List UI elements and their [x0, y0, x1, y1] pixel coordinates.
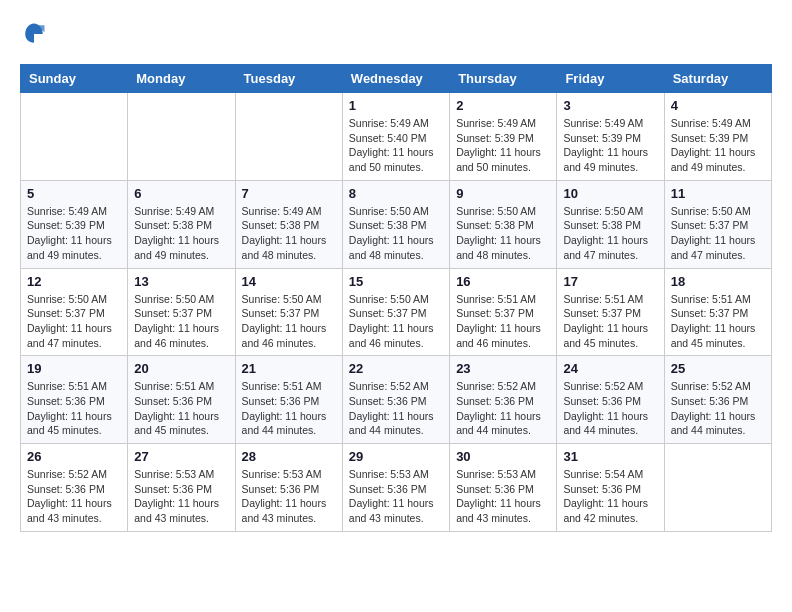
day-info: Sunrise: 5:53 AMSunset: 5:36 PMDaylight:… [456, 467, 550, 526]
calendar-cell: 31 Sunrise: 5:54 AMSunset: 5:36 PMDaylig… [557, 444, 664, 532]
day-header-saturday: Saturday [664, 65, 771, 93]
day-number: 20 [134, 361, 228, 376]
day-number: 6 [134, 186, 228, 201]
day-info: Sunrise: 5:52 AMSunset: 5:36 PMDaylight:… [349, 379, 443, 438]
day-info: Sunrise: 5:52 AMSunset: 5:36 PMDaylight:… [456, 379, 550, 438]
calendar-cell [235, 93, 342, 181]
day-info: Sunrise: 5:50 AMSunset: 5:38 PMDaylight:… [563, 204, 657, 263]
day-number: 27 [134, 449, 228, 464]
day-header-thursday: Thursday [450, 65, 557, 93]
week-row-2: 5 Sunrise: 5:49 AMSunset: 5:39 PMDayligh… [21, 180, 772, 268]
day-number: 30 [456, 449, 550, 464]
calendar-cell: 26 Sunrise: 5:52 AMSunset: 5:36 PMDaylig… [21, 444, 128, 532]
calendar-cell: 5 Sunrise: 5:49 AMSunset: 5:39 PMDayligh… [21, 180, 128, 268]
days-header-row: SundayMondayTuesdayWednesdayThursdayFrid… [21, 65, 772, 93]
day-info: Sunrise: 5:50 AMSunset: 5:37 PMDaylight:… [242, 292, 336, 351]
day-info: Sunrise: 5:49 AMSunset: 5:39 PMDaylight:… [563, 116, 657, 175]
calendar-cell: 1 Sunrise: 5:49 AMSunset: 5:40 PMDayligh… [342, 93, 449, 181]
calendar-cell: 28 Sunrise: 5:53 AMSunset: 5:36 PMDaylig… [235, 444, 342, 532]
page-header [20, 20, 772, 48]
day-number: 24 [563, 361, 657, 376]
day-info: Sunrise: 5:54 AMSunset: 5:36 PMDaylight:… [563, 467, 657, 526]
day-info: Sunrise: 5:49 AMSunset: 5:40 PMDaylight:… [349, 116, 443, 175]
day-info: Sunrise: 5:53 AMSunset: 5:36 PMDaylight:… [349, 467, 443, 526]
day-number: 2 [456, 98, 550, 113]
day-info: Sunrise: 5:51 AMSunset: 5:37 PMDaylight:… [563, 292, 657, 351]
day-info: Sunrise: 5:51 AMSunset: 5:36 PMDaylight:… [134, 379, 228, 438]
day-number: 25 [671, 361, 765, 376]
day-info: Sunrise: 5:50 AMSunset: 5:38 PMDaylight:… [456, 204, 550, 263]
day-number: 19 [27, 361, 121, 376]
day-number: 12 [27, 274, 121, 289]
day-number: 4 [671, 98, 765, 113]
calendar-cell [21, 93, 128, 181]
day-number: 23 [456, 361, 550, 376]
day-number: 31 [563, 449, 657, 464]
calendar-cell: 13 Sunrise: 5:50 AMSunset: 5:37 PMDaylig… [128, 268, 235, 356]
day-info: Sunrise: 5:52 AMSunset: 5:36 PMDaylight:… [27, 467, 121, 526]
calendar-cell: 18 Sunrise: 5:51 AMSunset: 5:37 PMDaylig… [664, 268, 771, 356]
day-number: 22 [349, 361, 443, 376]
day-info: Sunrise: 5:49 AMSunset: 5:39 PMDaylight:… [671, 116, 765, 175]
day-number: 14 [242, 274, 336, 289]
day-number: 10 [563, 186, 657, 201]
calendar-cell: 19 Sunrise: 5:51 AMSunset: 5:36 PMDaylig… [21, 356, 128, 444]
day-number: 5 [27, 186, 121, 201]
day-number: 1 [349, 98, 443, 113]
calendar-cell: 22 Sunrise: 5:52 AMSunset: 5:36 PMDaylig… [342, 356, 449, 444]
day-info: Sunrise: 5:53 AMSunset: 5:36 PMDaylight:… [134, 467, 228, 526]
calendar-cell: 3 Sunrise: 5:49 AMSunset: 5:39 PMDayligh… [557, 93, 664, 181]
calendar-cell: 7 Sunrise: 5:49 AMSunset: 5:38 PMDayligh… [235, 180, 342, 268]
week-row-4: 19 Sunrise: 5:51 AMSunset: 5:36 PMDaylig… [21, 356, 772, 444]
day-info: Sunrise: 5:49 AMSunset: 5:39 PMDaylight:… [27, 204, 121, 263]
day-number: 7 [242, 186, 336, 201]
day-info: Sunrise: 5:50 AMSunset: 5:37 PMDaylight:… [27, 292, 121, 351]
calendar-cell: 29 Sunrise: 5:53 AMSunset: 5:36 PMDaylig… [342, 444, 449, 532]
day-info: Sunrise: 5:52 AMSunset: 5:36 PMDaylight:… [563, 379, 657, 438]
week-row-1: 1 Sunrise: 5:49 AMSunset: 5:40 PMDayligh… [21, 93, 772, 181]
calendar-cell: 24 Sunrise: 5:52 AMSunset: 5:36 PMDaylig… [557, 356, 664, 444]
calendar-cell: 20 Sunrise: 5:51 AMSunset: 5:36 PMDaylig… [128, 356, 235, 444]
calendar-cell [664, 444, 771, 532]
day-number: 9 [456, 186, 550, 201]
calendar-cell: 17 Sunrise: 5:51 AMSunset: 5:37 PMDaylig… [557, 268, 664, 356]
logo [20, 20, 52, 48]
calendar-cell: 12 Sunrise: 5:50 AMSunset: 5:37 PMDaylig… [21, 268, 128, 356]
calendar-cell: 25 Sunrise: 5:52 AMSunset: 5:36 PMDaylig… [664, 356, 771, 444]
week-row-5: 26 Sunrise: 5:52 AMSunset: 5:36 PMDaylig… [21, 444, 772, 532]
calendar-cell: 23 Sunrise: 5:52 AMSunset: 5:36 PMDaylig… [450, 356, 557, 444]
day-number: 15 [349, 274, 443, 289]
calendar-cell: 11 Sunrise: 5:50 AMSunset: 5:37 PMDaylig… [664, 180, 771, 268]
calendar-cell: 4 Sunrise: 5:49 AMSunset: 5:39 PMDayligh… [664, 93, 771, 181]
day-number: 28 [242, 449, 336, 464]
calendar-cell: 2 Sunrise: 5:49 AMSunset: 5:39 PMDayligh… [450, 93, 557, 181]
week-row-3: 12 Sunrise: 5:50 AMSunset: 5:37 PMDaylig… [21, 268, 772, 356]
day-number: 8 [349, 186, 443, 201]
day-header-friday: Friday [557, 65, 664, 93]
day-info: Sunrise: 5:50 AMSunset: 5:37 PMDaylight:… [349, 292, 443, 351]
day-number: 3 [563, 98, 657, 113]
day-info: Sunrise: 5:53 AMSunset: 5:36 PMDaylight:… [242, 467, 336, 526]
day-number: 17 [563, 274, 657, 289]
day-number: 26 [27, 449, 121, 464]
calendar-cell [128, 93, 235, 181]
calendar-cell: 10 Sunrise: 5:50 AMSunset: 5:38 PMDaylig… [557, 180, 664, 268]
day-number: 11 [671, 186, 765, 201]
day-number: 13 [134, 274, 228, 289]
day-info: Sunrise: 5:49 AMSunset: 5:39 PMDaylight:… [456, 116, 550, 175]
day-info: Sunrise: 5:50 AMSunset: 5:37 PMDaylight:… [671, 204, 765, 263]
day-header-sunday: Sunday [21, 65, 128, 93]
calendar-cell: 15 Sunrise: 5:50 AMSunset: 5:37 PMDaylig… [342, 268, 449, 356]
day-number: 21 [242, 361, 336, 376]
calendar-cell: 6 Sunrise: 5:49 AMSunset: 5:38 PMDayligh… [128, 180, 235, 268]
calendar-cell: 9 Sunrise: 5:50 AMSunset: 5:38 PMDayligh… [450, 180, 557, 268]
day-info: Sunrise: 5:51 AMSunset: 5:36 PMDaylight:… [242, 379, 336, 438]
calendar-cell: 16 Sunrise: 5:51 AMSunset: 5:37 PMDaylig… [450, 268, 557, 356]
day-header-monday: Monday [128, 65, 235, 93]
day-info: Sunrise: 5:50 AMSunset: 5:38 PMDaylight:… [349, 204, 443, 263]
day-info: Sunrise: 5:51 AMSunset: 5:37 PMDaylight:… [671, 292, 765, 351]
logo-icon [20, 20, 48, 48]
calendar-cell: 14 Sunrise: 5:50 AMSunset: 5:37 PMDaylig… [235, 268, 342, 356]
day-number: 18 [671, 274, 765, 289]
day-info: Sunrise: 5:49 AMSunset: 5:38 PMDaylight:… [242, 204, 336, 263]
